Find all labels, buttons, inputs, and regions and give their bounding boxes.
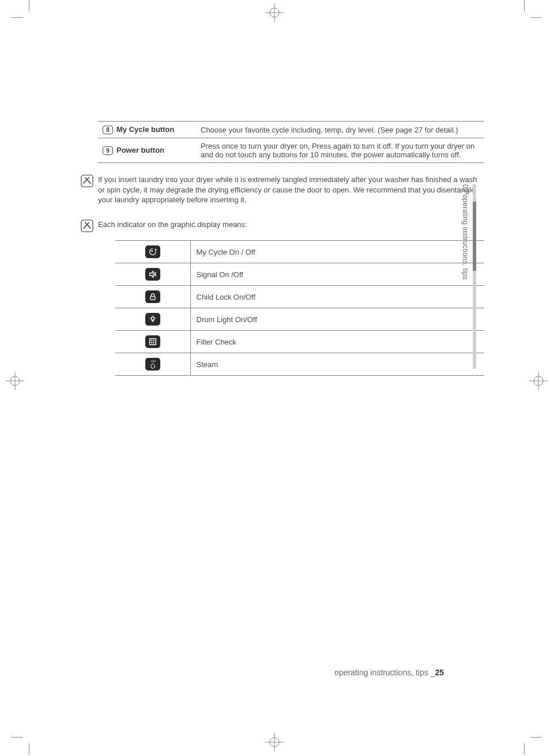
steam-icon	[145, 358, 160, 371]
indicator-table: My Cycle On / OffSignal On /OffChild Loc…	[115, 240, 484, 376]
childlock-icon	[145, 290, 160, 303]
page-footer: operating instructions, tips _25	[334, 668, 444, 677]
side-tab-marker	[473, 202, 476, 271]
button-label-cell: 8My Cycle button	[98, 122, 196, 138]
side-tab-label: 02 operating instructions, tips	[461, 184, 469, 279]
indicator-icon-cell	[115, 331, 190, 353]
note-text: Each indicator on the graphic display me…	[98, 220, 247, 230]
register-mark-right	[529, 372, 548, 390]
button-table: 8My Cycle buttonChoose your favorite cyc…	[98, 121, 484, 163]
note-indicator-intro: Each indicator on the graphic display me…	[98, 220, 484, 235]
svg-point-19	[151, 317, 154, 320]
register-mark-left	[6, 372, 24, 390]
register-mark-top	[265, 3, 284, 22]
callout-number: 8	[103, 126, 113, 134]
indicator-label: Steam	[190, 353, 484, 376]
crop-mark	[530, 737, 542, 738]
content-area: 8My Cycle buttonChoose your favorite cyc…	[98, 121, 484, 376]
crop-mark	[12, 737, 23, 738]
svg-point-14	[151, 251, 153, 252]
indicator-label: My Cycle On / Off	[190, 241, 484, 263]
svg-point-18	[152, 298, 153, 298]
table-row: Drum Light On/Off	[115, 308, 484, 331]
button-name: Power button	[116, 146, 164, 154]
indicator-icon-cell	[115, 353, 190, 376]
button-desc-cell: Press once to turn your dryer on, Press …	[196, 138, 484, 163]
footer-page-number: 25	[435, 668, 444, 677]
register-mark-bottom	[265, 733, 284, 751]
svg-rect-23	[149, 339, 156, 345]
crop-mark	[29, 0, 29, 12]
signal-icon	[145, 268, 160, 281]
indicator-icon-cell	[115, 308, 190, 331]
table-row: Steam	[115, 353, 484, 376]
table-row: 8My Cycle buttonChoose your favorite cyc…	[98, 122, 484, 138]
side-tab: 02 operating instructions, tips	[461, 184, 473, 369]
indicator-label: Signal On /Off	[190, 263, 484, 286]
svg-rect-12	[81, 175, 93, 187]
crop-mark	[12, 17, 23, 18]
note-icon	[81, 220, 93, 235]
note-tangled-laundry: If you insert laundry into your dryer wh…	[98, 175, 484, 205]
page-frame: 8My Cycle buttonChoose your favorite cyc…	[23, 12, 530, 743]
indicator-icon-cell	[115, 286, 190, 308]
svg-rect-13	[81, 220, 93, 232]
indicator-label: Child Lock On/Off	[190, 286, 484, 308]
footer-section: operating instructions, tips _	[334, 668, 435, 677]
drumlight-icon	[145, 313, 160, 326]
button-name: My Cycle button	[116, 125, 174, 134]
table-row: 9Power buttonPress once to turn your dry…	[98, 138, 484, 163]
crop-mark	[524, 743, 525, 755]
button-label-cell: 9Power button	[98, 138, 196, 163]
table-row: Signal On /Off	[115, 263, 484, 286]
table-row: Filter Check	[115, 331, 484, 353]
crop-mark	[530, 17, 542, 18]
note-text: If you insert laundry into your dryer wh…	[98, 175, 484, 205]
crop-mark	[29, 743, 29, 755]
table-row: Child Lock On/Off	[115, 286, 484, 308]
indicator-icon-cell	[115, 263, 190, 286]
crop-mark	[524, 0, 525, 12]
filter-icon	[145, 335, 160, 348]
indicator-label: Filter Check	[190, 331, 484, 353]
note-icon	[81, 175, 93, 190]
table-row: My Cycle On / Off	[115, 241, 484, 263]
indicator-icon-cell	[115, 241, 190, 263]
callout-number: 9	[103, 146, 113, 155]
mycycle-icon	[145, 245, 160, 258]
button-desc-cell: Choose your favorite cycle including, te…	[196, 122, 484, 138]
indicator-label: Drum Light On/Off	[190, 308, 484, 331]
